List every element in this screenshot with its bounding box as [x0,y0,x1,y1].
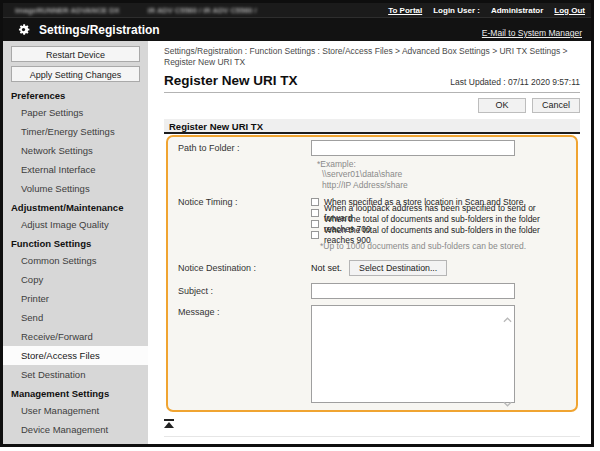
subject-input[interactable] [311,283,515,299]
browser-viewport: imageRUNNER ADVANCE DX iR ADV C5560 / iR… [0,0,594,447]
subject-label: Subject : [178,286,311,296]
sidebar-item-send[interactable]: Send [3,308,148,327]
example-line-http: http://IP Address/share [317,180,566,191]
section-header: Register New URI TX [164,119,580,134]
ok-button[interactable]: OK [478,98,526,113]
device-series-redacted: iR ADV C5560 / iR ADV C5560 / [148,6,257,15]
subject-row: Subject : [178,283,566,299]
last-updated-text: Last Updated : 07/11 2020 9:57:11 [450,77,580,88]
title-row: Register New URI TX Last Updated : 07/11… [164,71,580,93]
message-row: Message : [178,305,566,403]
checkbox-reaches-700[interactable] [311,220,319,228]
sidebar-item-printer[interactable]: Printer [3,289,148,308]
device-model-redacted: imageRUNNER ADVANCE DX [15,6,120,15]
to-portal-link[interactable]: To Portal [388,6,422,15]
sidebar-header-adjustment-maintenance: Adjustment/Maintenance [3,198,148,215]
login-user-value: Administrator [491,6,543,15]
sidebar-item-user-management[interactable]: User Management [3,401,148,420]
sidebar-header-preferences: Preferences [3,86,148,103]
app-header: Settings/Registration E-Mail to System M… [3,17,591,41]
device-topbar: imageRUNNER ADVANCE DX iR ADV C5560 / iR… [3,3,591,17]
message-textarea-wrap [311,305,515,403]
sidebar-item-receive-forward[interactable]: Receive/Forward [3,327,148,346]
form-actions: OK Cancel [164,98,580,113]
select-destination-button[interactable]: Select Destination... [349,260,447,276]
notice-timing-label: Notice Timing : [178,196,311,252]
checkbox-reaches-900[interactable] [311,231,319,239]
notice-timing-row: Notice Timing : When specified as a stor… [178,196,566,252]
notice-destination-value-group: Not set. Select Destination... [311,260,447,276]
message-label: Message : [178,305,311,403]
checkbox-scan-and-store[interactable] [311,198,319,206]
email-to-system-manager-link[interactable]: E-Mail to System Manager [482,28,582,41]
notice-destination-row: Notice Destination : Not set. Select Des… [178,260,566,276]
sidebar-item-adjust-image-quality[interactable]: Adjust Image Quality [3,215,148,234]
restart-device-button[interactable]: Restart Device [11,46,140,62]
log-out-link[interactable]: Log Out [554,6,585,15]
sidebar-item-store-access-files[interactable]: Store/Access Files [3,346,148,365]
settings-sidebar: Restart Device Apply Setting Changes Pre… [3,41,148,444]
sidebar-item-common-settings[interactable]: Common Settings [3,251,148,270]
breadcrumb: Settings/Registration : Function Setting… [164,46,580,69]
footer-divider [164,436,580,437]
cancel-button[interactable]: Cancel [532,98,580,113]
message-textarea[interactable] [311,305,515,403]
main-content: Settings/Registration : Function Setting… [148,41,591,444]
sidebar-header-function-settings: Function Settings [3,234,148,251]
sidebar-item-volume-settings[interactable]: Volume Settings [3,179,148,198]
sidebar-item-copy[interactable]: Copy [3,270,148,289]
scroll-up-icon[interactable] [503,309,512,315]
back-to-top-icon[interactable] [164,419,174,428]
sidebar-item-timer-energy-settings[interactable]: Timer/Energy Settings [3,122,148,141]
topbar-right-links: To Portal Login User : Administrator Log… [388,6,585,15]
example-line-unc: \\server01\data\share [317,169,566,180]
login-user-label: Login User : [433,6,480,15]
scroll-down-icon[interactable] [503,393,512,399]
gear-icon [16,22,31,37]
checkbox-loopback-address[interactable] [311,209,319,217]
path-to-folder-input[interactable] [311,140,515,156]
notice-option-row: When the total of documents and sub-fold… [311,229,566,240]
sidebar-item-paper-settings[interactable]: Paper Settings [3,103,148,122]
path-to-folder-row: Path to Folder : [178,139,566,157]
app-title: Settings/Registration [39,23,160,37]
apply-setting-changes-button[interactable]: Apply Setting Changes [11,66,140,82]
sidebar-item-network-settings[interactable]: Network Settings [3,141,148,160]
notice-destination-value: Not set. [311,263,342,273]
page-title: Register New URI TX [164,73,298,88]
sidebar-item-set-destination[interactable]: Set Destination [3,365,148,384]
notice-timing-note: *Up to 1000 documents and sub-folders ca… [320,240,566,252]
notice-destination-label: Notice Destination : [178,263,311,273]
page-body: Restart Device Apply Setting Changes Pre… [3,41,591,444]
sidebar-header-management-settings: Management Settings [3,384,148,401]
path-to-folder-label: Path to Folder : [178,143,311,153]
example-title: *Example: [317,159,566,170]
path-example-note: *Example: \\server01\data\share http://I… [317,159,566,191]
sidebar-item-device-management[interactable]: Device Management [3,420,148,439]
register-uri-tx-form: Path to Folder : *Example: \\server01\da… [166,135,578,413]
notice-timing-options: When specified as a store location in Sc… [311,196,566,252]
sidebar-item-external-interface[interactable]: External Interface [3,160,148,179]
